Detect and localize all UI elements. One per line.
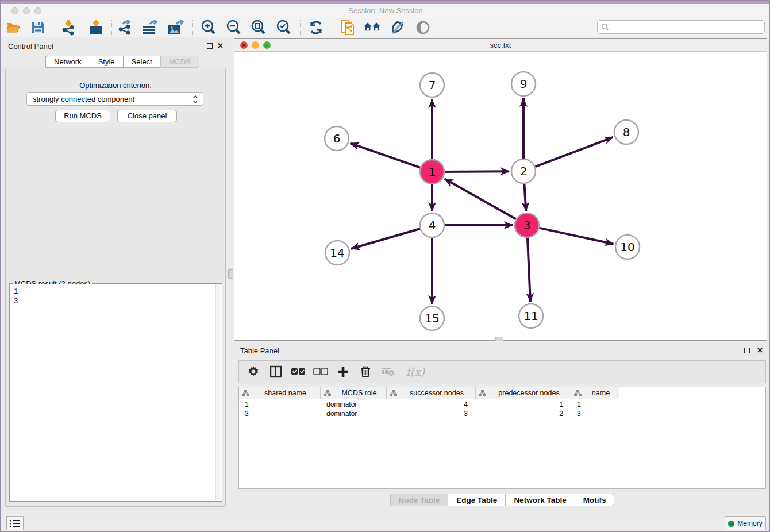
horizontal-splitter-handle[interactable] xyxy=(495,337,503,341)
zoom-selected-icon[interactable] xyxy=(275,20,292,36)
control-panel-header: Control Panel ✕ xyxy=(1,37,232,55)
cell-shared-name[interactable]: 1 xyxy=(239,400,321,409)
titlebar: Session: New Session xyxy=(1,4,770,18)
close-panel-button[interactable]: Close panel xyxy=(117,110,177,122)
mcds-result-scrollbar[interactable] xyxy=(215,284,221,500)
application-window: Session: New Session xyxy=(0,0,770,532)
zoom-fit-icon[interactable] xyxy=(250,20,267,36)
float-panel-icon[interactable] xyxy=(207,43,213,49)
cell-MCDS-role[interactable]: dominator xyxy=(321,400,387,409)
vertical-splitter-handle[interactable] xyxy=(228,269,233,279)
toolbar-separator xyxy=(56,20,56,35)
network-graph[interactable]: 7968124314101511 xyxy=(234,52,767,340)
tab-network[interactable]: Network xyxy=(45,56,90,68)
delete-table-icon xyxy=(380,364,395,379)
save-session-icon[interactable] xyxy=(29,20,47,36)
import-table-icon[interactable] xyxy=(87,20,105,36)
select-stepper-icon xyxy=(192,95,198,104)
add-icon[interactable] xyxy=(336,364,351,379)
import-network-icon[interactable] xyxy=(60,20,77,36)
tab-select[interactable]: Select xyxy=(123,56,160,68)
edge-2-8[interactable] xyxy=(533,137,613,168)
clone-network-icon[interactable] xyxy=(340,20,357,36)
zoom-out-icon[interactable] xyxy=(225,20,242,36)
run-mcds-button[interactable]: Run MCDS xyxy=(55,110,110,122)
table-panel: Table Panel ✕ xyxy=(234,342,770,514)
node-label-2: 2 xyxy=(520,164,528,178)
cell-name[interactable]: 3 xyxy=(571,409,619,418)
tab-node-table[interactable]: Node Table xyxy=(390,494,448,506)
search-icon xyxy=(601,23,609,31)
edge-3-11[interactable] xyxy=(528,235,530,302)
node-table[interactable]: shared nameMCDS rolesuccessor nodesprede… xyxy=(238,387,766,489)
cell-successor-nodes[interactable]: 4 xyxy=(387,400,476,409)
column-header-name[interactable]: name xyxy=(571,387,619,399)
column-header-label: predecessor nodes xyxy=(488,389,569,397)
tab-style[interactable]: Style xyxy=(90,56,123,68)
cell-predecessor-nodes[interactable]: 2 xyxy=(476,409,571,418)
network-window-titlebar[interactable]: ✕ − + scc.txt xyxy=(234,39,767,52)
column-header-shared-name[interactable]: shared name xyxy=(239,387,321,399)
edge-2-3[interactable] xyxy=(524,181,526,211)
open-session-icon[interactable] xyxy=(5,20,22,36)
tab-edge-table[interactable]: Edge Table xyxy=(448,494,505,506)
search-input[interactable] xyxy=(611,23,764,31)
table-close-panel-icon[interactable]: ✕ xyxy=(757,347,763,354)
tab-motifs[interactable]: Motifs xyxy=(575,494,615,506)
table-row[interactable]: 3dominator323 xyxy=(239,409,765,418)
export-network-icon[interactable] xyxy=(117,20,134,36)
home-icon[interactable] xyxy=(364,20,381,36)
list-icon xyxy=(10,519,20,527)
column-layout-icon[interactable] xyxy=(268,364,283,379)
tab-network-table[interactable]: Network Table xyxy=(505,494,574,506)
refresh-icon[interactable] xyxy=(307,20,325,36)
cell-predecessor-nodes[interactable]: 1 xyxy=(476,400,571,409)
cell-name[interactable]: 1 xyxy=(571,400,619,409)
toolbar-separator xyxy=(192,20,193,35)
delete-trash-icon[interactable] xyxy=(358,364,373,379)
settings-gear-icon[interactable] xyxy=(246,364,261,379)
main-toolbar xyxy=(1,18,770,37)
birds-eye-view-icon[interactable] xyxy=(414,20,432,36)
column-type-icon xyxy=(390,390,397,397)
column-type-icon xyxy=(324,390,331,397)
control-panel-title: Control Panel xyxy=(8,42,53,51)
node-label-4: 4 xyxy=(429,218,436,232)
search-box[interactable] xyxy=(597,20,765,34)
column-header-successor-nodes[interactable]: successor nodes xyxy=(387,387,476,399)
network-view-window: ✕ − + scc.txt 7968124314101511 xyxy=(234,38,767,341)
table-toolbar: f(x) xyxy=(238,360,766,383)
close-panel-icon[interactable]: ✕ xyxy=(217,43,224,49)
column-header-predecessor-nodes[interactable]: predecessor nodes xyxy=(476,387,571,399)
edge-1-2[interactable] xyxy=(442,171,509,172)
hide-columns-icon[interactable] xyxy=(313,364,328,379)
zoom-in-icon[interactable] xyxy=(200,20,217,36)
memory-label: Memory xyxy=(737,519,762,527)
edge-3-10[interactable] xyxy=(537,228,614,244)
cell-MCDS-role[interactable]: dominator xyxy=(321,409,387,418)
status-bar: Memory xyxy=(1,514,770,532)
mcds-result-text[interactable]: 1 3 xyxy=(10,284,215,500)
tab-mcds[interactable]: MCDS xyxy=(160,56,199,68)
edge-1-6[interactable] xyxy=(351,143,423,168)
export-image-icon[interactable] xyxy=(167,20,184,36)
criterion-select[interactable]: strongly connected component xyxy=(26,92,203,106)
show-columns-icon[interactable] xyxy=(291,364,306,379)
column-header-MCDS-role[interactable]: MCDS role xyxy=(321,387,387,399)
edge-3-1[interactable] xyxy=(445,179,518,220)
table-panel-title: Table Panel xyxy=(240,346,279,355)
memory-button[interactable]: Memory xyxy=(725,516,766,530)
cell-successor-nodes[interactable]: 3 xyxy=(387,409,476,418)
task-history-button[interactable] xyxy=(6,516,24,530)
cell-shared-name[interactable]: 3 xyxy=(239,409,321,418)
edge-4-14[interactable] xyxy=(351,228,423,249)
mcds-result-box: MCDS result (2 nodes) 1 3 xyxy=(9,283,222,502)
column-header-label: shared name xyxy=(252,389,319,397)
table-float-panel-icon[interactable] xyxy=(744,348,750,353)
mcds-panel: Optimization criterion: strongly connect… xyxy=(5,68,226,507)
network-canvas[interactable]: 7968124314101511 xyxy=(234,52,767,340)
column-type-icon xyxy=(574,390,582,397)
export-table-icon[interactable] xyxy=(142,20,159,36)
table-row[interactable]: 1dominator411 xyxy=(239,400,765,409)
show-graphics-details-icon[interactable] xyxy=(389,20,406,36)
